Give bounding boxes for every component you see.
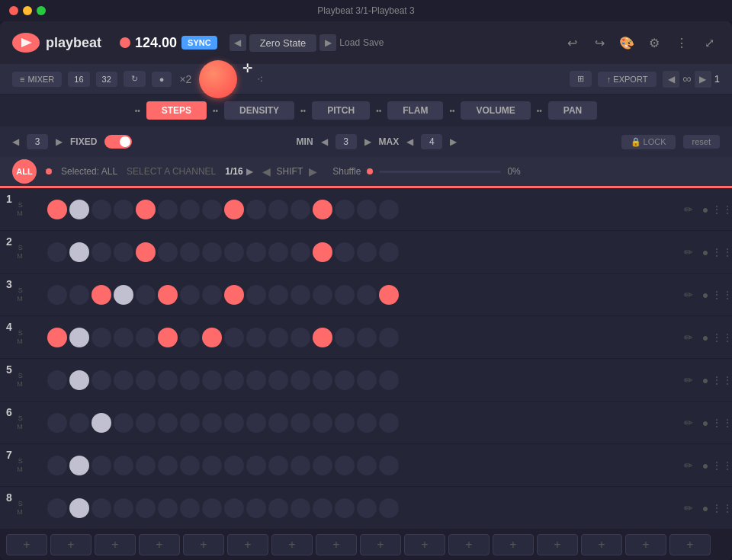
add-cell-2[interactable]: + (95, 534, 136, 555)
cell-4-15[interactable] (379, 328, 399, 347)
cell-7-2[interactable] (92, 456, 111, 475)
cell-5-7[interactable] (202, 370, 222, 390)
add-cell-10[interactable]: + (448, 534, 490, 555)
cell-2-7[interactable] (202, 242, 222, 262)
division-next-button[interactable]: ▶ (246, 166, 253, 177)
cell-4-4[interactable] (136, 328, 156, 347)
cell-3-3[interactable] (114, 285, 133, 305)
maximize-button[interactable] (37, 6, 46, 15)
export-button[interactable]: ↑ EXPORT (598, 72, 657, 87)
row-edit-2[interactable]: ✏ (682, 245, 695, 259)
add-cell-3[interactable]: + (139, 534, 180, 555)
row-drag-8[interactable]: ⋮⋮ (715, 501, 729, 515)
max-prev-button[interactable]: ◀ (406, 136, 413, 147)
add-cell-14[interactable]: + (625, 534, 666, 555)
cell-4-8[interactable] (224, 328, 244, 347)
palette-button[interactable]: 🎨 (616, 32, 637, 53)
add-cell-11[interactable]: + (493, 534, 534, 555)
cell-8-1[interactable] (69, 498, 89, 518)
select-channel-button[interactable]: SELECT A CHANNEL (127, 166, 216, 177)
cell-3-6[interactable] (180, 285, 200, 305)
cell-8-15[interactable] (379, 498, 399, 518)
circle-button[interactable]: ● (152, 72, 172, 87)
steps-32-button[interactable]: 32 (96, 72, 117, 87)
cell-3-12[interactable] (313, 285, 332, 305)
cell-2-4[interactable] (136, 242, 156, 262)
row-drag-3[interactable]: ⋮⋮ (715, 288, 729, 302)
repeat-next-button[interactable]: ▶ (695, 71, 711, 88)
cell-4-6[interactable] (180, 328, 200, 347)
row-mute-3[interactable]: ● (698, 288, 712, 302)
cell-4-3[interactable] (114, 328, 133, 347)
redo-button[interactable]: ↪ (589, 32, 610, 53)
row-edit-4[interactable]: ✏ (682, 331, 695, 344)
settings-button[interactable]: ⚙ (644, 32, 665, 53)
row-drag-1[interactable]: ⋮⋮ (715, 203, 729, 216)
steps-16-button[interactable]: 16 (68, 72, 89, 87)
cell-2-14[interactable] (357, 242, 377, 262)
cell-2-0[interactable] (47, 242, 67, 262)
cell-1-4[interactable] (136, 200, 156, 219)
cell-8-8[interactable] (224, 498, 244, 518)
row-edit-3[interactable]: ✏ (682, 288, 695, 302)
cell-8-3[interactable] (114, 498, 133, 518)
cell-1-12[interactable] (313, 200, 332, 219)
cell-4-7[interactable] (202, 328, 222, 347)
cell-3-1[interactable] (69, 285, 89, 305)
add-cell-0[interactable]: + (6, 534, 47, 555)
cell-7-1[interactable] (69, 456, 89, 475)
cell-5-12[interactable] (313, 370, 332, 390)
cell-8-6[interactable] (180, 498, 200, 518)
nav-prev-button[interactable]: ◀ (230, 34, 246, 51)
row-drag-7[interactable]: ⋮⋮ (715, 459, 729, 472)
cell-1-13[interactable] (335, 200, 355, 219)
cell-2-9[interactable] (246, 242, 266, 262)
cell-7-3[interactable] (114, 456, 133, 475)
row-mute-5[interactable]: ● (698, 373, 712, 387)
all-button[interactable]: ALL (12, 159, 37, 184)
main-knob[interactable] (199, 60, 237, 98)
cell-3-15[interactable] (379, 285, 399, 305)
cell-8-10[interactable] (268, 498, 288, 518)
add-cell-4[interactable]: + (183, 534, 224, 555)
load-button[interactable]: Load (339, 37, 360, 48)
reset-button[interactable]: reset (683, 135, 720, 149)
sync-button[interactable]: SYNC (181, 36, 217, 50)
tab-pitch[interactable]: PITCH (312, 101, 370, 120)
cell-3-10[interactable] (268, 285, 288, 305)
fixed-toggle[interactable] (104, 135, 132, 149)
undo-button[interactable]: ↩ (561, 32, 583, 53)
cell-7-9[interactable] (246, 456, 266, 475)
row-mute-8[interactable]: ● (698, 501, 712, 515)
repeat-prev-button[interactable]: ◀ (663, 71, 679, 88)
cell-6-15[interactable] (379, 413, 399, 433)
cell-3-14[interactable] (357, 285, 377, 305)
cell-8-0[interactable] (47, 498, 67, 518)
tab-pan[interactable]: PAN (548, 101, 597, 120)
tab-flam[interactable]: FLAM (387, 101, 443, 120)
refresh-button[interactable]: ↻ (124, 71, 146, 87)
add-cell-7[interactable]: + (316, 534, 357, 555)
cell-1-14[interactable] (357, 200, 377, 219)
cell-8-12[interactable] (313, 498, 332, 518)
cell-5-6[interactable] (180, 370, 200, 390)
lock-button[interactable]: 🔒 LOCK (621, 135, 676, 149)
add-cell-13[interactable]: + (581, 534, 622, 555)
cell-7-11[interactable] (291, 456, 310, 475)
cell-7-10[interactable] (268, 456, 288, 475)
cell-5-8[interactable] (224, 370, 244, 390)
cell-7-6[interactable] (180, 456, 200, 475)
cell-5-0[interactable] (47, 370, 67, 390)
cell-6-13[interactable] (335, 413, 355, 433)
menu-button[interactable]: ⋮ (671, 32, 692, 53)
cell-2-1[interactable] (69, 242, 89, 262)
shift-next-button[interactable]: ▶ (309, 165, 317, 178)
window-controls[interactable] (9, 6, 46, 15)
min-prev-button[interactable]: ◀ (321, 136, 328, 147)
cell-2-15[interactable] (379, 242, 399, 262)
cell-2-12[interactable] (313, 242, 332, 262)
cell-4-9[interactable] (246, 328, 266, 347)
cell-7-0[interactable] (47, 456, 67, 475)
cell-6-6[interactable] (180, 413, 200, 433)
cell-1-2[interactable] (92, 200, 111, 219)
